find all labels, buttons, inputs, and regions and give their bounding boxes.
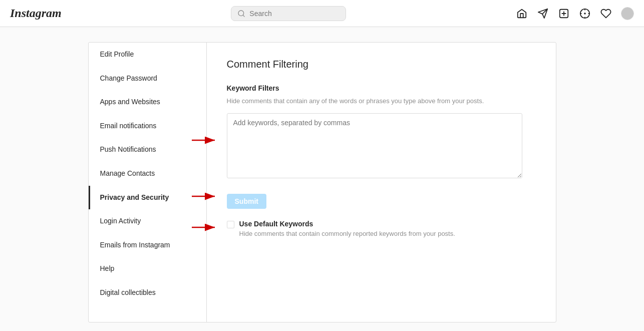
home-icon[interactable] bbox=[516, 8, 528, 20]
sidebar-item-manage-contacts[interactable]: Manage Contacts bbox=[89, 162, 206, 186]
arrow-to-submit bbox=[192, 189, 219, 203]
activity-icon[interactable] bbox=[600, 8, 612, 20]
keywords-textarea[interactable] bbox=[227, 113, 522, 178]
instagram-logo: Instagram bbox=[10, 7, 62, 20]
sidebar-item-edit-profile[interactable]: Edit Profile bbox=[89, 43, 206, 67]
settings-wrapper: Edit Profile Change Password Apps and We… bbox=[88, 42, 556, 322]
red-arrow-textarea-icon bbox=[192, 133, 219, 147]
arrow-to-textarea bbox=[192, 133, 219, 147]
search-input[interactable] bbox=[249, 10, 340, 18]
content-area: Comment Filtering Keyword Filters Hide c… bbox=[207, 43, 556, 322]
new-post-icon[interactable] bbox=[558, 8, 570, 20]
default-keywords-checkbox[interactable] bbox=[227, 221, 234, 228]
svg-line-1 bbox=[243, 15, 244, 17]
search-bar[interactable] bbox=[231, 6, 346, 21]
avatar[interactable] bbox=[621, 7, 634, 20]
sidebar-item-email-notifications[interactable]: Email notifications bbox=[89, 114, 206, 138]
sidebar-item-login-activity[interactable]: Login Activity bbox=[89, 209, 206, 233]
sidebar-item-help[interactable]: Help bbox=[89, 257, 206, 281]
keyword-filters-label: Keyword Filters bbox=[227, 84, 536, 92]
page-title: Comment Filtering bbox=[227, 59, 536, 70]
explore-icon[interactable] bbox=[579, 8, 591, 20]
sidebar-item-push-notifications[interactable]: Push Notifications bbox=[89, 138, 206, 162]
svg-point-8 bbox=[584, 13, 585, 14]
sidebar-item-change-password[interactable]: Change Password bbox=[89, 67, 206, 91]
search-icon bbox=[237, 10, 245, 18]
top-navigation: Instagram bbox=[0, 0, 644, 27]
main-container: Edit Profile Change Password Apps and We… bbox=[0, 27, 644, 331]
sidebar-item-apps-and-websites[interactable]: Apps and Websites bbox=[89, 90, 206, 114]
arrow-to-checkbox bbox=[192, 220, 219, 234]
sidebar-item-emails-from-instagram[interactable]: Emails from Instagram bbox=[89, 233, 206, 257]
red-arrow-checkbox-icon bbox=[192, 220, 219, 234]
default-keywords-label: Use Default Keywords bbox=[239, 220, 455, 228]
sidebar-item-digital-collectibles[interactable]: Digital collectibles bbox=[89, 281, 206, 305]
send-icon[interactable] bbox=[537, 8, 549, 20]
settings-sidebar: Edit Profile Change Password Apps and We… bbox=[89, 43, 207, 322]
nav-icons-group bbox=[516, 7, 634, 20]
submit-button[interactable]: Submit bbox=[227, 194, 266, 209]
red-arrow-submit-icon bbox=[192, 189, 219, 203]
default-keywords-desc: Hide comments that contain commonly repo… bbox=[239, 230, 455, 237]
sidebar-item-privacy-and-security[interactable]: Privacy and Security bbox=[89, 186, 206, 210]
default-keywords-text-group: Use Default Keywords Hide comments that … bbox=[239, 220, 455, 237]
keyword-filters-desc: Hide comments that contain any of the wo… bbox=[227, 96, 536, 106]
